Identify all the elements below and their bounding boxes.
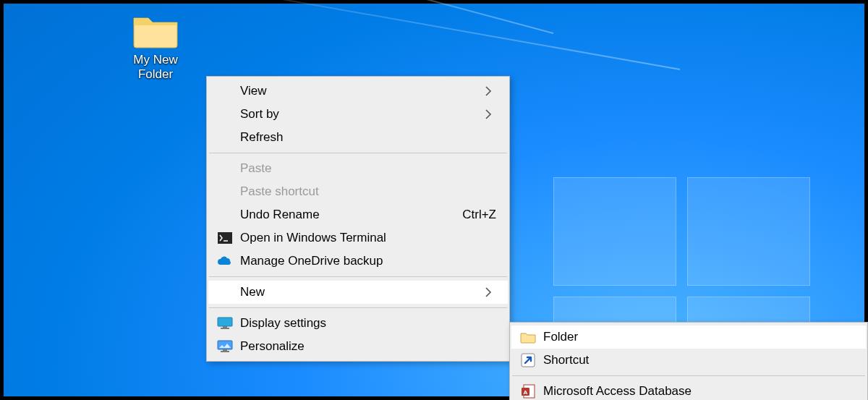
menu-item-label: View (240, 84, 473, 98)
menu-item-label: Open in Windows Terminal (240, 231, 496, 245)
new-submenu: Folder Shortcut A Microsoft Access Datab… (509, 322, 868, 400)
submenu-item-folder[interactable]: Folder (511, 325, 866, 349)
menu-item-label: Personalize (240, 339, 496, 354)
menu-item-label: Folder (543, 330, 854, 344)
menu-item-label: Sort by (240, 107, 473, 122)
desktop-context-menu: View Sort by Refresh Paste Paste shortcu… (206, 76, 510, 362)
svg-rect-4 (221, 328, 229, 329)
menu-item-sort-by[interactable]: Sort by (208, 103, 508, 126)
blank-icon (216, 184, 234, 200)
display-icon (216, 315, 234, 331)
menu-item-label: Paste (240, 161, 496, 176)
blank-icon (216, 161, 234, 176)
menu-item-label: Shortcut (543, 353, 854, 367)
shortcut-icon (519, 352, 537, 368)
menu-item-label: New (240, 285, 473, 299)
wallpaper-logo-pane (687, 177, 810, 286)
submenu-item-shortcut[interactable]: Shortcut (511, 349, 866, 372)
menu-item-personalize[interactable]: Personalize (208, 335, 508, 358)
blank-icon (216, 207, 234, 223)
desktop[interactable]: My NewFolder View Sort by Refresh Paste (0, 0, 868, 400)
menu-item-open-terminal[interactable]: Open in Windows Terminal (208, 226, 508, 250)
menu-item-label: Paste shortcut (240, 184, 496, 199)
menu-item-paste: Paste (208, 157, 508, 180)
menu-item-label: Microsoft Access Database (543, 384, 854, 399)
desktop-folder-label: My NewFolder (116, 53, 195, 81)
wallpaper-ray (14, 0, 680, 70)
menu-item-label: Refresh (240, 130, 496, 145)
blank-icon (216, 83, 234, 99)
submenu-item-access-db[interactable]: A Microsoft Access Database (511, 380, 866, 400)
menu-item-label: Manage OneDrive backup (240, 254, 496, 268)
svg-rect-5 (218, 341, 232, 349)
menu-item-new[interactable]: New (208, 281, 508, 304)
chevron-right-icon (485, 109, 496, 119)
svg-rect-0 (218, 232, 232, 244)
svg-rect-2 (218, 318, 232, 326)
menu-item-display-settings[interactable]: Display settings (208, 312, 508, 335)
chevron-right-icon (485, 86, 496, 96)
blank-icon (216, 284, 234, 300)
svg-rect-7 (221, 351, 229, 352)
blank-icon (216, 129, 234, 145)
folder-icon (132, 12, 179, 48)
svg-text:A: A (524, 389, 528, 396)
menu-item-paste-shortcut: Paste shortcut (208, 180, 508, 203)
menu-separator (209, 153, 507, 153)
wallpaper-logo-pane (553, 177, 676, 286)
svg-rect-6 (223, 349, 227, 351)
personalize-icon (216, 339, 234, 354)
menu-separator (209, 276, 507, 277)
menu-item-manage-onedrive[interactable]: Manage OneDrive backup (208, 250, 508, 273)
terminal-icon (216, 230, 234, 246)
wallpaper-ray (22, 0, 554, 34)
onedrive-icon (216, 253, 234, 269)
blank-icon (216, 106, 234, 122)
menu-item-undo-rename[interactable]: Undo Rename Ctrl+Z (208, 203, 508, 226)
desktop-folder-item[interactable]: My NewFolder (116, 12, 195, 81)
menu-item-refresh[interactable]: Refresh (208, 126, 508, 149)
folder-icon (519, 329, 537, 345)
svg-rect-3 (223, 326, 227, 328)
access-icon: A (519, 383, 537, 399)
menu-item-label: Display settings (240, 316, 496, 331)
menu-item-view[interactable]: View (208, 80, 508, 103)
menu-item-accelerator: Ctrl+Z (462, 208, 496, 222)
chevron-right-icon (485, 287, 496, 297)
menu-separator (512, 375, 865, 376)
menu-item-label: Undo Rename (240, 208, 441, 222)
menu-separator (209, 307, 507, 308)
